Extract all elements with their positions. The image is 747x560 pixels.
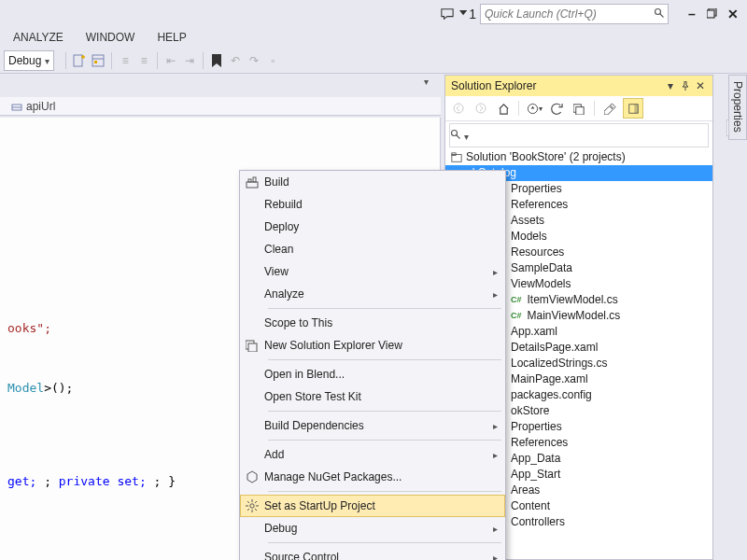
- menu-window[interactable]: WINDOW: [77, 31, 145, 44]
- solution-explorer-toolbar: ▾: [445, 96, 712, 121]
- tree-item-label: DetailsPage.xaml: [511, 340, 598, 356]
- menuitem-open-blend[interactable]: Open in Blend...: [240, 363, 505, 385]
- submenu-arrow-icon: ▸: [493, 421, 498, 431]
- properties-window-icon[interactable]: [89, 51, 107, 70]
- svg-line-41: [255, 501, 257, 503]
- minimize-button[interactable]: –: [684, 6, 700, 22]
- svg-rect-32: [248, 343, 257, 352]
- menu-separator: [268, 411, 501, 412]
- menuitem-open-test-kit[interactable]: Open Store Test Kit: [240, 385, 505, 408]
- svg-rect-28: [247, 182, 258, 188]
- menu-help[interactable]: HELP: [148, 31, 195, 44]
- solution-config-combo[interactable]: Debug ▾: [4, 50, 54, 71]
- menuitem-nuget[interactable]: Manage NuGet Packages...: [240, 466, 505, 488]
- quick-launch-input[interactable]: [481, 6, 651, 22]
- menuitem-label: Source Control: [264, 551, 489, 560]
- refresh-icon[interactable]: [547, 99, 566, 118]
- pin-icon[interactable]: [679, 79, 692, 92]
- tree-item-label: packages.config: [511, 387, 592, 403]
- menuitem-add[interactable]: Add ▸: [240, 443, 505, 466]
- increase-indent-icon[interactable]: ⇥: [180, 51, 199, 70]
- restore-button[interactable]: [704, 6, 721, 22]
- prev-bookmark-icon[interactable]: ↶: [226, 51, 245, 70]
- menuitem-label: Open Store Test Kit: [264, 390, 498, 403]
- menuitem-clean[interactable]: Clean: [240, 238, 505, 260]
- chevron-down-icon: ▾: [45, 56, 49, 66]
- menuitem-set-startup[interactable]: Set as StartUp Project: [240, 495, 505, 517]
- comment-icon[interactable]: ≡: [116, 51, 134, 70]
- properties-tab-label: Properties: [731, 81, 744, 133]
- code-text: }: [168, 474, 176, 488]
- editor-nav-bar: apiUrl: [0, 97, 441, 116]
- tree-item-label: MainViewModel.cs: [528, 308, 621, 324]
- new-view-icon: [240, 339, 264, 352]
- sync-active-doc-icon[interactable]: ▾: [525, 99, 543, 118]
- csharp-icon: C#: [511, 308, 522, 324]
- menuitem-build[interactable]: Build: [240, 171, 505, 193]
- collapse-all-icon[interactable]: [570, 99, 588, 118]
- menuitem-deploy[interactable]: Deploy: [240, 216, 505, 238]
- svg-point-17: [454, 104, 463, 113]
- quick-launch[interactable]: [480, 4, 669, 24]
- tree-item-label: Content: [511, 498, 550, 514]
- feedback-icon[interactable]: [439, 6, 456, 22]
- menuitem-label: Deploy: [264, 220, 498, 233]
- menuitem-label: Manage NuGet Packages...: [264, 470, 498, 483]
- solution-explorer-search[interactable]: ▾: [449, 123, 709, 147]
- standard-toolbar: Debug ▾ ≡ ≡ ⇤ ⇥ ↶ ↷ ▫: [0, 49, 747, 74]
- properties-tab[interactable]: Properties: [728, 75, 747, 140]
- menuitem-label: New Solution Explorer View: [264, 339, 498, 352]
- tree-item-label: Controllers: [511, 514, 565, 530]
- svg-rect-27: [452, 152, 456, 155]
- menuitem-new-explorer-view[interactable]: New Solution Explorer View: [240, 334, 505, 357]
- svg-rect-21: [575, 106, 583, 114]
- forward-icon[interactable]: [472, 99, 490, 118]
- toolbar-separator: [111, 52, 112, 69]
- decrease-indent-icon[interactable]: ⇤: [162, 51, 180, 70]
- editor-tab-strip: [0, 75, 441, 98]
- window-position-icon[interactable]: ▾: [664, 79, 677, 92]
- menuitem-analyze[interactable]: Analyze ▸: [240, 283, 505, 305]
- solution-explorer-header: Solution Explorer ▾ ✕: [445, 76, 712, 96]
- back-icon[interactable]: [449, 99, 468, 118]
- uncomment-icon[interactable]: ≡: [134, 51, 153, 70]
- toolbar-separator: [157, 52, 158, 69]
- new-item-icon[interactable]: [70, 51, 89, 70]
- menuitem-label: Scope to This: [264, 316, 498, 329]
- menu-separator: [268, 440, 501, 441]
- preview-selected-icon[interactable]: [623, 98, 643, 119]
- member-combo[interactable]: apiUrl: [11, 100, 55, 113]
- menuitem-rebuild[interactable]: Rebuild: [240, 193, 505, 216]
- menuitem-source-control[interactable]: Source Control ▸: [240, 546, 505, 560]
- tree-item-label: ViewModels: [511, 276, 571, 292]
- menuitem-scope[interactable]: Scope to This: [240, 312, 505, 334]
- tree-item-label: References: [511, 435, 568, 451]
- menuitem-build-deps[interactable]: Build Dependencies ▸: [240, 414, 505, 437]
- solution-search-input[interactable]: ▾: [450, 129, 469, 143]
- next-bookmark-icon[interactable]: ↷: [245, 51, 263, 70]
- menuitem-label: Debug: [264, 522, 489, 535]
- menuitem-view[interactable]: View ▸: [240, 260, 505, 283]
- solution-root-label: Solution 'BookStore' (2 projects): [466, 149, 626, 165]
- search-icon[interactable]: [450, 130, 464, 143]
- close-button[interactable]: ✕: [725, 6, 741, 22]
- active-files-dropdown[interactable]: ▾: [424, 77, 429, 87]
- toolbar-separator: [203, 52, 204, 69]
- svg-rect-29: [248, 179, 251, 182]
- notifications-icon[interactable]: 1: [459, 6, 476, 22]
- properties-icon[interactable]: [600, 99, 619, 118]
- svg-point-18: [476, 104, 486, 113]
- code-text: ();: [51, 381, 73, 395]
- menu-analyze[interactable]: ANALYZE: [4, 31, 73, 44]
- clear-bookmarks-icon[interactable]: ▫: [263, 51, 282, 70]
- svg-point-24: [452, 130, 458, 135]
- search-icon[interactable]: [651, 7, 668, 21]
- home-icon[interactable]: [494, 99, 513, 118]
- solution-root[interactable]: Solution 'BookStore' (2 projects): [445, 149, 712, 165]
- menuitem-label: Clean: [264, 243, 498, 256]
- svg-line-40: [247, 509, 249, 511]
- menuitem-debug[interactable]: Debug ▸: [240, 517, 505, 539]
- chevron-down-icon[interactable]: ▾: [464, 132, 469, 142]
- close-icon[interactable]: ✕: [694, 79, 707, 92]
- bookmark-icon[interactable]: [207, 51, 226, 70]
